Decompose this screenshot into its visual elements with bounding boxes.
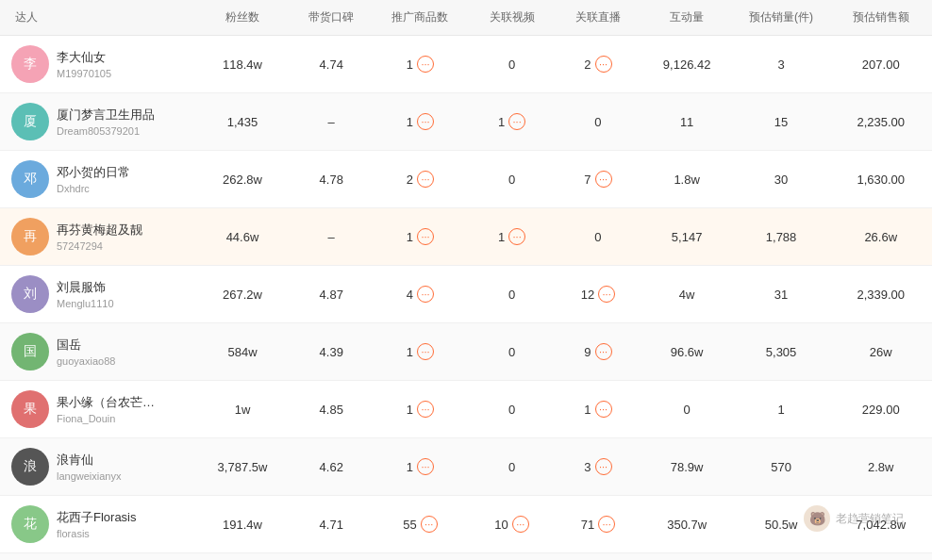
products-value: 2··· [407, 171, 434, 188]
live-cell: 7··· [555, 151, 641, 208]
live-cell: 0 [555, 208, 641, 266]
products-more-btn[interactable]: ··· [417, 458, 434, 475]
products-value: 4··· [407, 286, 434, 303]
live-more-btn[interactable]: ··· [598, 286, 615, 303]
videos-value: 1··· [498, 228, 525, 245]
live-value: 9··· [584, 343, 611, 360]
table-row: M M彤彤 ZXTzxt88888 68.8w4.691···08···4w [0, 553, 932, 561]
videos-more-btn[interactable]: ··· [508, 113, 525, 130]
table-row: 花 花西子Florasis florasis 191.4w4.7155···10… [0, 496, 932, 553]
sales-amount-cell: 207.00 [829, 36, 932, 93]
live-more-btn[interactable]: ··· [595, 171, 612, 188]
score-cell: 4.78 [291, 151, 372, 208]
user-name[interactable]: 刘晨服饰 [57, 279, 114, 296]
products-value: 55··· [403, 516, 437, 533]
user-name[interactable]: 李大仙女 [57, 49, 111, 66]
fans-cell: 3,787.5w [194, 438, 291, 496]
user-id: M19970105 [57, 68, 111, 79]
live-value: 3··· [584, 458, 611, 475]
products-value: 1··· [407, 56, 434, 73]
fans-cell: 584w [194, 323, 291, 381]
col-header-live: 关联直播 [555, 0, 641, 36]
products-more-btn[interactable]: ··· [417, 401, 434, 418]
videos-more-btn[interactable]: ··· [508, 228, 525, 245]
user-name[interactable]: 花西子Florasis [57, 509, 137, 526]
watermark-icon: 🐻 [804, 505, 830, 532]
user-name[interactable]: 再芬黄梅超及靓 [57, 222, 142, 239]
user-name[interactable]: 国岳 [57, 337, 115, 354]
user-info: 花西子Florasis florasis [57, 509, 137, 539]
user-id: Fiona_Douin [57, 413, 160, 424]
products-more-btn[interactable]: ··· [417, 113, 434, 130]
score-cell: – [291, 93, 372, 151]
table-row: 浪 浪肯仙 langweixianyx 3,787.5w4.621···03··… [0, 438, 932, 496]
user-name[interactable]: 厦门梦言卫生用品 [57, 107, 155, 124]
user-info: 李大仙女 M19970105 [57, 49, 111, 79]
products-cell: 1··· [372, 323, 469, 381]
live-more-btn[interactable]: ··· [598, 516, 615, 533]
table-row: 邓 邓小贺的日常 Dxhdrc 262.8w4.782···07···1.8w3… [0, 151, 932, 208]
user-name[interactable]: 邓小贺的日常 [57, 164, 130, 181]
col-header-score: 带货口碑 [291, 0, 372, 36]
products-more-btn[interactable]: ··· [417, 171, 434, 188]
sales-amount-cell: 2.8w [829, 438, 932, 496]
avatar: 果 [11, 390, 49, 428]
score-cell: 4.87 [291, 266, 372, 323]
sales-amount-cell: 1,630.00 [829, 151, 932, 208]
sales-count-cell: 30 [733, 151, 830, 208]
products-cell: 1··· [372, 36, 469, 93]
user-name[interactable]: 果小缘（台农芒果助农… [57, 394, 160, 411]
user-name[interactable]: 浪肯仙 [57, 452, 121, 469]
sales-amount-cell: 26.6w [829, 208, 932, 266]
score-cell: 4.62 [291, 438, 372, 496]
user-id: Dxhdrc [57, 183, 130, 194]
col-header-sales-count: 预估销量(件) [733, 0, 830, 36]
live-value: 1··· [584, 401, 611, 418]
sales-amount-cell [829, 553, 932, 561]
avatar: 再 [11, 218, 49, 255]
live-value: 7··· [584, 171, 611, 188]
sales-count-cell: 3 [733, 36, 830, 93]
sales-count-cell: 1 [733, 381, 830, 438]
user-info: 再芬黄梅超及靓 57247294 [57, 222, 142, 252]
live-more-btn[interactable]: ··· [595, 458, 612, 475]
user-id: Dream805379201 [57, 125, 155, 137]
fans-cell: 1w [194, 381, 291, 438]
interact-cell: 96.6w [641, 323, 733, 381]
products-cell: 55··· [372, 496, 469, 553]
table-header-row: 达人 粉丝数 带货口碑 推广商品数 关联视频 关联直播 互动量 预估销量(件) … [0, 0, 932, 36]
live-more-btn[interactable]: ··· [595, 343, 612, 360]
videos-cell: 0 [469, 151, 555, 208]
videos-cell: 0 [469, 438, 555, 496]
live-cell: 2··· [555, 36, 641, 93]
products-more-btn[interactable]: ··· [417, 228, 434, 245]
user-id: Menglu1110 [57, 298, 114, 309]
products-more-btn[interactable]: ··· [417, 286, 434, 303]
user-info: 邓小贺的日常 Dxhdrc [57, 164, 130, 194]
products-more-btn[interactable]: ··· [417, 343, 434, 360]
products-value: 1··· [407, 228, 434, 245]
live-value: 71··· [581, 516, 615, 533]
score-cell: 4.71 [291, 496, 372, 553]
videos-cell: 0 [469, 323, 555, 381]
videos-value: 1··· [498, 113, 525, 130]
user-info: 刘晨服饰 Menglu1110 [57, 279, 114, 309]
interact-cell: 5,147 [641, 208, 733, 266]
products-cell: 4··· [372, 266, 469, 323]
fans-cell: 267.2w [194, 266, 291, 323]
fans-cell: 68.8w [194, 553, 291, 561]
live-more-btn[interactable]: ··· [595, 401, 612, 418]
fans-cell: 118.4w [194, 36, 291, 93]
user-cell-5: 刘 刘晨服饰 Menglu1110 [0, 266, 194, 323]
videos-more-btn[interactable]: ··· [512, 516, 529, 533]
videos-value: 10··· [494, 516, 528, 533]
live-more-btn[interactable]: ··· [595, 56, 612, 73]
avatar: 浪 [11, 448, 49, 486]
sales-amount-cell: 2,339.00 [829, 266, 932, 323]
score-cell: 4.39 [291, 323, 372, 381]
user-info: 浪肯仙 langweixianyx [57, 452, 121, 482]
products-more-btn[interactable]: ··· [421, 516, 438, 533]
products-more-btn[interactable]: ··· [417, 56, 434, 73]
sales-count-cell [733, 553, 830, 561]
col-header-sales-amount: 预估销售额 [829, 0, 932, 36]
